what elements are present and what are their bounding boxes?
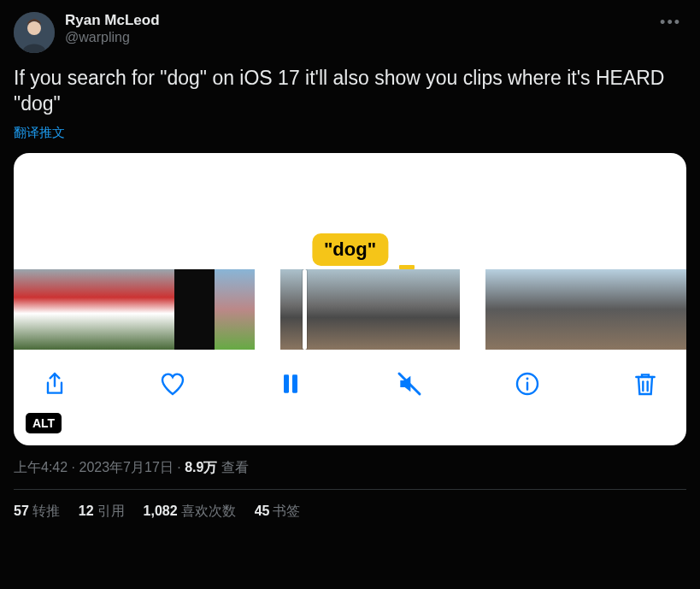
like-button[interactable] [157,368,188,399]
share-button[interactable] [39,368,70,399]
video-frame [485,269,521,350]
views-label: 查看 [221,460,249,474]
video-frame [521,269,557,350]
user-names: Ryan McLeod @warpling [65,12,160,46]
video-frame [665,269,686,350]
pause-button[interactable] [275,368,306,399]
retweets-stat[interactable]: 57转推 [14,503,60,521]
translate-link[interactable]: 翻译推文 [14,125,65,141]
tweet-header: Ryan McLeod @warpling ••• [14,12,686,53]
delete-button[interactable] [630,368,661,399]
bookmarks-stat[interactable]: 45书签 [255,503,301,521]
video-frame [280,269,340,350]
views-count: 8.9万 [185,460,217,474]
more-button[interactable]: ••• [655,12,686,33]
video-frame [54,269,94,350]
info-icon [514,370,541,398]
pause-icon [277,370,304,398]
tweet-stats: 57转推 12引用 1,082喜欢次数 45书签 [14,490,686,521]
avatar[interactable] [14,12,55,53]
quotes-stat[interactable]: 12引用 [79,503,125,521]
video-frame [174,269,215,350]
avatar-image [14,12,55,53]
likes-stat[interactable]: 1,082喜欢次数 [144,503,236,521]
video-frame [94,269,134,350]
timeline-playhead[interactable] [303,269,307,350]
svg-rect-3 [292,374,297,392]
alt-badge[interactable]: ALT [26,413,62,433]
speaker-muted-icon [396,370,423,398]
media-card[interactable]: "dog" [14,153,686,445]
tweet-meta: 上午4:422023年7月17日8.9万 查看 [14,459,686,477]
tweet-date[interactable]: 2023年7月17日 [79,460,173,474]
video-frame [134,269,174,350]
share-icon [41,370,68,398]
heart-icon [159,370,186,398]
info-button[interactable] [512,368,543,399]
clip-group[interactable] [280,269,460,350]
video-frame [629,269,665,350]
tweet-container: Ryan McLeod @warpling ••• If you search … [0,0,700,521]
user-handle[interactable]: @warpling [65,29,160,46]
video-frame [215,269,255,350]
video-frame [340,269,400,350]
trash-icon [632,370,659,398]
video-frame [593,269,629,350]
media-toolbar [14,350,686,418]
svg-point-7 [526,378,528,380]
video-frame [557,269,593,350]
svg-point-1 [27,21,41,35]
clip-group[interactable] [14,269,255,350]
video-frame [14,269,54,350]
search-tag-label: "dog" [312,233,388,266]
svg-rect-2 [284,374,289,392]
video-timeline[interactable] [14,269,686,350]
mute-button[interactable] [394,368,425,399]
display-name[interactable]: Ryan McLeod [65,12,160,29]
clip-group[interactable] [485,269,686,350]
tweet-text: If you search for "dog" on iOS 17 it'll … [14,65,686,116]
media-top-area: "dog" [14,153,686,269]
video-frame [400,269,460,350]
tweet-time[interactable]: 上午4:42 [14,460,68,474]
